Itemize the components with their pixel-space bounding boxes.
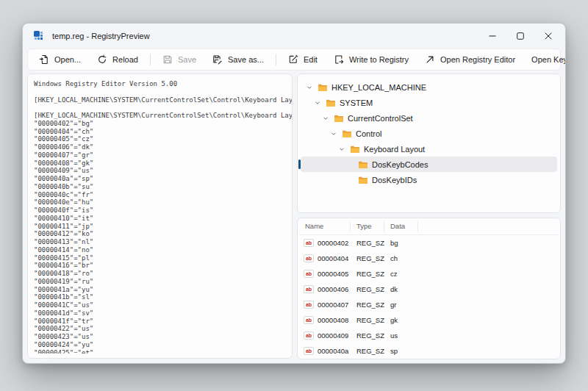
- cell-name: ab00000402: [299, 239, 351, 247]
- close-icon: [545, 32, 552, 40]
- value-name: 00000409: [318, 331, 348, 340]
- cell-name: ab00000404: [299, 254, 351, 262]
- cell-name: ab0000040a: [299, 347, 351, 355]
- value-name: 00000407: [318, 301, 348, 309]
- string-value-icon: ab: [304, 239, 314, 247]
- table-row[interactable]: ab0000040aREG_SZsp: [299, 343, 559, 359]
- column-header-type[interactable]: Type: [351, 221, 384, 232]
- registry-text-panel: Windows Registry Editor Version 5.00 [HK…: [27, 73, 293, 359]
- cell-type: REG_SZ: [351, 331, 384, 340]
- maximize-button[interactable]: [506, 26, 534, 46]
- tree-item-keyboard-layout[interactable]: Keyboard Layout: [301, 141, 557, 157]
- tree-item-label: SYSTEM: [340, 98, 373, 107]
- table-row[interactable]: ab00000404REG_SZch: [299, 251, 559, 266]
- reload-icon: [97, 54, 107, 65]
- table-row[interactable]: ab00000407REG_SZgr: [299, 297, 559, 312]
- cell-type: REG_SZ: [351, 254, 384, 262]
- column-header-name[interactable]: Name: [299, 221, 351, 232]
- string-value-icon: ab: [304, 331, 314, 340]
- toolbar: Open...ReloadSaveSave as...EditWrite to …: [27, 49, 561, 71]
- toolbar-separator: [150, 54, 151, 65]
- value-name: 00000404: [318, 254, 348, 262]
- cell-data: cz: [384, 270, 418, 278]
- cell-data: bg: [384, 239, 418, 247]
- cell-name: ab00000406: [299, 285, 351, 293]
- tree-item-doskeybids[interactable]: DosKeybIDs: [301, 172, 557, 187]
- write-registry-icon: [334, 54, 344, 65]
- tree-item-label: CurrentControlSet: [348, 114, 413, 123]
- toolbar-button-label: Open...: [54, 55, 81, 64]
- column-header-data[interactable]: Data: [384, 221, 418, 232]
- column-header-filler: [418, 221, 559, 232]
- save-button: Save: [154, 51, 204, 68]
- window-controls: [478, 24, 562, 49]
- folder-icon: [342, 129, 352, 138]
- cell-name: ab00000409: [299, 331, 351, 340]
- cell-data: ch: [384, 254, 418, 262]
- close-button[interactable]: [534, 26, 562, 46]
- toolbar-button-label: Save: [178, 55, 196, 64]
- folder-icon: [350, 145, 360, 154]
- cell-data: gr: [384, 301, 418, 309]
- cell-type: REG_SZ: [351, 301, 384, 309]
- right-column: HKEY_LOCAL_MACHINESYSTEMCurrentControlSe…: [297, 73, 561, 359]
- open-registry-editor-button[interactable]: Open Registry Editor: [417, 51, 523, 68]
- string-value-icon: ab: [304, 316, 314, 324]
- tree-item-doskeybcodes[interactable]: DosKeybCodes: [301, 157, 557, 172]
- table-row[interactable]: ab00000409REG_SZus: [299, 328, 559, 343]
- app-window: temp.reg - RegistryPreview Open...Reload…: [22, 23, 566, 364]
- cell-data: dk: [384, 285, 418, 293]
- folder-icon: [358, 160, 368, 169]
- folder-icon: [318, 83, 328, 92]
- save-as-icon: [212, 54, 223, 65]
- string-value-icon: ab: [304, 270, 314, 278]
- title-bar: temp.reg - RegistryPreview: [23, 24, 565, 49]
- toolbar-button-label: Open Key: [531, 55, 566, 64]
- value-name: 00000405: [318, 270, 348, 278]
- cell-name: ab00000405: [299, 270, 351, 278]
- chevron-down-icon[interactable]: [313, 98, 322, 107]
- minimize-button[interactable]: [478, 26, 506, 46]
- cell-name: ab00000408: [299, 316, 351, 324]
- tree-item-hkey-local-machine[interactable]: HKEY_LOCAL_MACHINE: [301, 79, 557, 95]
- toolbar-button-label: Reload: [112, 55, 138, 64]
- toolbar-separator: [276, 54, 276, 65]
- table-row[interactable]: ab00000402REG_SZbg: [299, 235, 559, 251]
- chevron-down-icon[interactable]: [329, 129, 338, 138]
- tree-item-label: Control: [356, 129, 381, 138]
- write-to-registry-button[interactable]: Write to Registry: [326, 51, 417, 68]
- edit-button[interactable]: Edit: [280, 51, 326, 68]
- table-row[interactable]: ab00000405REG_SZcz: [299, 266, 559, 281]
- reload-button[interactable]: Reload: [89, 51, 146, 68]
- folder-icon: [326, 98, 336, 107]
- chevron-down-icon[interactable]: [305, 83, 314, 92]
- tree-item-control[interactable]: Control: [301, 126, 557, 141]
- registry-text[interactable]: Windows Registry Editor Version 5.00 [HK…: [28, 74, 292, 354]
- value-name: 00000406: [318, 285, 348, 293]
- chevron-down-icon[interactable]: [321, 114, 330, 123]
- tree-item-system[interactable]: SYSTEM: [301, 95, 557, 110]
- values-table: NameTypeData ab00000402REG_SZbgab0000040…: [297, 218, 561, 359]
- table-body: ab00000402REG_SZbgab00000404REG_SZchab00…: [298, 235, 560, 359]
- main-area: Windows Registry Editor Version 5.00 [HK…: [23, 71, 565, 359]
- string-value-icon: ab: [304, 301, 314, 309]
- tree-item-currentcontrolset[interactable]: CurrentControlSet: [301, 110, 557, 126]
- registry-preview-app-icon: [33, 30, 45, 42]
- save-icon: [162, 54, 173, 65]
- open-key-button[interactable]: Open Key: [523, 51, 566, 68]
- tree-item-label: DosKeybCodes: [372, 160, 428, 169]
- open-button[interactable]: Open...: [31, 51, 89, 68]
- string-value-icon: ab: [304, 285, 314, 293]
- save-as-button[interactable]: Save as...: [204, 51, 272, 68]
- value-name: 00000408: [318, 316, 348, 324]
- cell-data: sp: [384, 347, 418, 355]
- folder-icon: [334, 114, 344, 123]
- table-row[interactable]: ab00000408REG_SZgk: [299, 312, 559, 328]
- table-row[interactable]: ab00000406REG_SZdk: [299, 281, 559, 297]
- toolbar-button-label: Save as...: [228, 55, 264, 64]
- tree-item-label: DosKeybIDs: [372, 176, 417, 184]
- value-name: 00000402: [318, 239, 348, 247]
- chevron-spacer: [345, 160, 354, 169]
- chevron-down-icon[interactable]: [337, 145, 346, 154]
- window-title: temp.reg - RegistryPreview: [52, 32, 471, 40]
